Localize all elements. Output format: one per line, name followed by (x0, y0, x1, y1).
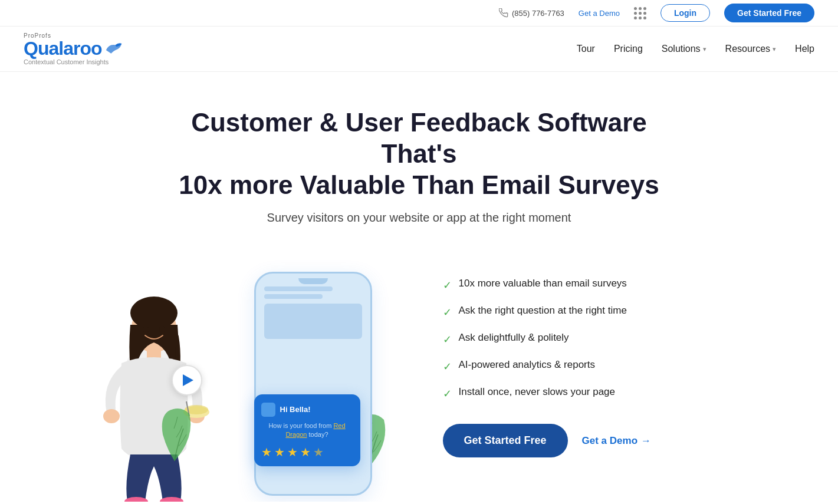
phone-mockup: Hi Bella! How is your food from Red Drag… (254, 272, 372, 496)
nav-resources[interactable]: Resources ▾ (725, 44, 776, 54)
get-demo-link-top[interactable]: Get a Demo (579, 9, 620, 18)
logo-area[interactable]: ProProfs Qualaroo Contextual Customer In… (24, 32, 124, 65)
check-icon-4: ✓ (443, 360, 452, 373)
nav-pricing[interactable]: Pricing (614, 44, 643, 54)
survey-question: How is your food from Red Dragon today? (261, 421, 353, 440)
play-button[interactable] (172, 365, 202, 396)
svg-point-12 (143, 326, 149, 333)
solutions-chevron-icon: ▾ (703, 45, 706, 53)
hero-body: Hi Bella! How is your food from Red Drag… (65, 254, 773, 502)
survey-card: Hi Bella! How is your food from Red Drag… (254, 394, 360, 467)
star-5: ★ (313, 445, 324, 459)
leaf-left-icon (148, 402, 201, 478)
hero-title: Customer & User Feedback Software That's… (178, 107, 661, 200)
get-demo-button-hero[interactable]: Get a Demo → (582, 435, 651, 447)
feature-list: ✓ 10x more valuable than email surveys ✓… (443, 278, 773, 400)
survey-brand: Red Dragon (285, 422, 345, 438)
hero-subtitle: Survey visitors on your website or app a… (267, 211, 571, 225)
top-bar: (855) 776-7763 Get a Demo Login Get Star… (0, 0, 838, 27)
nav-solutions[interactable]: Solutions ▾ (662, 44, 706, 54)
nav-links: Tour Pricing Solutions ▾ Resources ▾ Hel… (577, 44, 814, 54)
star-1: ★ (261, 445, 272, 459)
survey-greeting: Hi Bella! (280, 405, 311, 414)
brand-name: Qualaroo (24, 39, 124, 58)
svg-point-0 (119, 44, 121, 45)
svg-point-13 (159, 326, 165, 333)
check-icon-1: ✓ (443, 279, 452, 292)
star-2: ★ (274, 445, 285, 459)
resources-chevron-icon: ▾ (773, 45, 776, 53)
phone-number: (855) 776-7763 (499, 8, 564, 18)
feature-item-2: ✓ Ask the right question at the right ti… (443, 305, 773, 319)
nav-tour[interactable]: Tour (577, 44, 595, 54)
svg-point-5 (103, 409, 120, 423)
login-button[interactable]: Login (660, 4, 710, 22)
arrow-right-icon: → (641, 435, 651, 447)
hero-section: Customer & User Feedback Software That's… (0, 72, 838, 502)
svg-point-3 (130, 297, 178, 330)
logo-tagline: Contextual Customer Insights (24, 58, 124, 65)
survey-card-header: Hi Bella! (261, 403, 353, 417)
survey-stars: ★ ★ ★ ★ ★ (261, 445, 353, 459)
hero-cta: Get Started Free Get a Demo → (443, 424, 773, 457)
play-triangle-icon (183, 374, 193, 386)
feature-item-1: ✓ 10x more valuable than email surveys (443, 278, 773, 292)
grid-menu-icon[interactable] (634, 7, 646, 19)
nav-help[interactable]: Help (795, 44, 814, 54)
logo-bird-icon (103, 41, 124, 55)
check-icon-2: ✓ (443, 306, 452, 319)
star-4: ★ (300, 445, 311, 459)
survey-avatar (261, 403, 275, 417)
feature-item-4: ✓ AI-powered analytics & reports (443, 359, 773, 373)
get-started-button-hero[interactable]: Get Started Free (443, 424, 568, 457)
phone-icon (499, 8, 508, 18)
star-3: ★ (287, 445, 298, 459)
check-icon-3: ✓ (443, 333, 452, 346)
feature-item-5: ✓ Install once, never slows your page (443, 386, 773, 400)
hero-illustration: Hi Bella! How is your food from Red Drag… (65, 254, 408, 502)
get-started-button-top[interactable]: Get Started Free (724, 4, 814, 22)
navbar: ProProfs Qualaroo Contextual Customer In… (0, 27, 838, 72)
check-icon-5: ✓ (443, 387, 452, 400)
feature-item-3: ✓ Ask delightfully & politely (443, 332, 773, 346)
hero-features: ✓ 10x more valuable than email surveys ✓… (408, 254, 773, 457)
